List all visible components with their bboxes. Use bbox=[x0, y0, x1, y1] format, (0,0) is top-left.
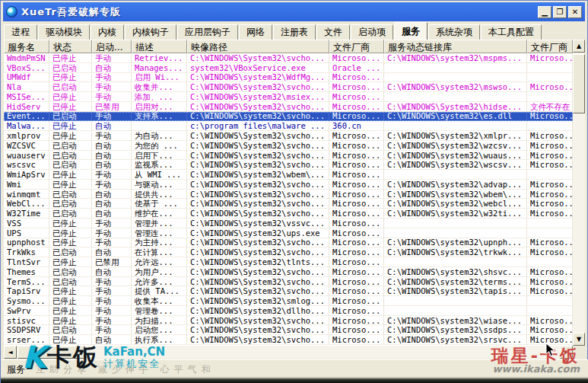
service-row[interactable]: WZCSVC已启动自动为您的 ...C:\WINDOWS\System32\sv… bbox=[4, 141, 573, 151]
cell-status: 已停止 bbox=[49, 219, 92, 228]
cell-file-vendor: Microso... bbox=[329, 296, 384, 306]
cell-description: 添加、... bbox=[132, 92, 187, 102]
service-row[interactable]: srser...已停止自动执行系...C:\WINDOWS\system32\s… bbox=[4, 335, 573, 345]
cell-service-name: SSDPSRV bbox=[4, 325, 49, 335]
scroll-down-icon[interactable]: ▼ bbox=[573, 333, 585, 346]
service-row[interactable]: UMWdf已停止手动启用 Wi...C:\WINDOWS\system32\Wd… bbox=[4, 73, 573, 83]
tab-进程[interactable]: 进程 bbox=[4, 24, 37, 40]
service-row[interactable]: stisvc已停止手动为扫描...C:\WINDOWS\system32\svc… bbox=[4, 316, 573, 326]
minimize-button[interactable]: ▁ bbox=[538, 6, 551, 18]
cell-image-path: C:\WINDOWS\system32\svcho... bbox=[187, 190, 329, 199]
tab-应用层钩子[interactable]: 应用层钩子 bbox=[177, 24, 238, 40]
cell-dll-vendor: Microso... bbox=[527, 160, 573, 170]
cell-description: 支持系... bbox=[132, 112, 187, 122]
cell-file-vendor: Microso... bbox=[329, 73, 384, 83]
service-row[interactable]: Nla已启动手动收集并...C:\WINDOWS\system32\svcho.… bbox=[4, 82, 573, 92]
service-row[interactable]: Themes已启动自动为用户...C:\WINDOWS\System32\svc… bbox=[4, 267, 573, 277]
cell-status: 已停止 bbox=[49, 296, 92, 306]
column-header-2[interactable]: 状态 bbox=[49, 40, 92, 53]
service-row[interactable]: Wmi已停止手动与驱动...C:\WINDOWS\system32\svcho.… bbox=[4, 180, 573, 190]
tab-本工具配置[interactable]: 本工具配置 bbox=[481, 24, 542, 40]
service-row[interactable]: SSDPSRV已启动手动启动您...C:\WINDOWS\system32\sv… bbox=[4, 325, 573, 335]
service-row[interactable]: WebCl...已启动自动使基于 ...C:\WINDOWS\system32\… bbox=[4, 199, 573, 209]
cell-dll-vendor: Microso... bbox=[527, 238, 573, 248]
cell-service-dll: C:\WINDOWS\system32\es.dll bbox=[384, 112, 527, 122]
service-row[interactable]: HidServ已停止已禁用启用对...C:\WINDOWS\System32\s… bbox=[4, 102, 573, 112]
horizontal-scrollbar[interactable]: ◄ ► bbox=[4, 346, 573, 359]
service-row[interactable]: wscsvc已启动自动监视系...C:\WINDOWS\system32\svc… bbox=[4, 160, 573, 170]
service-row[interactable]: W32Time已启动自动维护在...C:\WINDOWS\System32\sv… bbox=[4, 209, 573, 219]
cell-description: 执行系... bbox=[132, 335, 187, 345]
service-row[interactable]: SwPrv已停止手动管理卷...C:\WINDOWS\system32\dllh… bbox=[4, 306, 573, 316]
vertical-scrollbar[interactable]: ▲ ▼ bbox=[573, 40, 585, 346]
cell-image-path: C:\WINDOWS\system32\svcho... bbox=[187, 238, 329, 248]
column-header-4[interactable]: 描述 bbox=[132, 40, 187, 53]
cell-service-dll: C:\WINDOWS\system32\advap... bbox=[384, 180, 527, 190]
service-row[interactable]: Sysmo...已停止手动收集本...C:\WINDOWS\system32\s… bbox=[4, 296, 573, 306]
scroll-up-icon[interactable]: ▲ bbox=[573, 40, 585, 53]
tab-启动项[interactable]: 启动项 bbox=[351, 24, 393, 40]
service-row[interactable]: TapiSrv已停止手动提供 TA...C:\WINDOWS\System32\… bbox=[4, 286, 573, 296]
service-row[interactable]: WmdmPmSN已停止手动Retriev...C:\WINDOWS\System… bbox=[4, 53, 573, 63]
service-row[interactable]: WmiApSrv已停止手动从 WMI ...C:\WINDOWS\system3… bbox=[4, 170, 573, 180]
cell-status: 已启动 bbox=[49, 325, 92, 335]
cell-status: 已启动 bbox=[49, 112, 92, 122]
horizontal-scroll-thumb[interactable] bbox=[17, 346, 84, 359]
cell-file-vendor: Microso... bbox=[329, 131, 384, 141]
scroll-left-icon[interactable]: ◄ bbox=[4, 346, 17, 359]
cell-start-type: 手动 bbox=[92, 92, 132, 102]
cell-file-vendor: Microso... bbox=[329, 92, 384, 102]
cell-start-type: 手动 bbox=[92, 170, 132, 180]
cell-dll-vendor bbox=[527, 296, 573, 306]
cell-service-dll: C:\WINDOWS\system32\mspms... bbox=[384, 53, 527, 63]
tab-驱动模块[interactable]: 驱动模块 bbox=[38, 24, 90, 40]
cell-dll-vendor: Microso... bbox=[527, 180, 573, 190]
tab-注册表[interactable]: 注册表 bbox=[273, 24, 316, 40]
service-row[interactable]: UPS已停止手动管理连...C:\WINDOWS\system32\ups.ex… bbox=[4, 228, 573, 238]
cell-image-path: C:\WINDOWS\System32\svcho... bbox=[187, 102, 329, 112]
service-row[interactable]: xmlprov已停止手动为自动...C:\WINDOWS\System32\sv… bbox=[4, 131, 573, 141]
cell-start-type: 手动 bbox=[92, 82, 132, 92]
cell-image-path: C:\WINDOWS\System32\svcho... bbox=[187, 131, 329, 141]
vertical-scroll-thumb[interactable] bbox=[573, 54, 585, 113]
tab-服务[interactable]: 服务 bbox=[394, 22, 427, 40]
cell-service-name: MSISe... bbox=[4, 92, 49, 102]
service-row[interactable]: Malwa...已停止自动c:\program files\malware ..… bbox=[4, 121, 573, 131]
service-row[interactable]: MSISe...已停止手动添加、...C:\WINDOWS\system32\m… bbox=[4, 92, 573, 102]
tab-系统杂项[interactable]: 系统杂项 bbox=[428, 24, 480, 40]
service-row[interactable]: TlntSvr已停止已禁用允许远...C:\WINDOWS\system32\t… bbox=[4, 257, 573, 267]
scroll-right-icon[interactable]: ► bbox=[560, 346, 573, 359]
cell-dll-vendor bbox=[527, 73, 573, 83]
service-row[interactable]: VSS已停止手动管理并...C:\WINDOWS\system32\vssvc.… bbox=[4, 219, 573, 228]
cell-status: 已停止 bbox=[49, 121, 92, 131]
close-button[interactable]: ✕ bbox=[568, 6, 582, 18]
cell-service-name: Themes bbox=[4, 267, 49, 277]
service-row[interactable]: TermS...已启动手动允许多...C:\WINDOWS\System32\s… bbox=[4, 277, 573, 287]
tab-文件[interactable]: 文件 bbox=[316, 24, 350, 40]
tab-内核[interactable]: 内核 bbox=[91, 24, 124, 40]
service-row[interactable]: Event...已启动手动支持系...C:\WINDOWS\system32\s… bbox=[4, 112, 573, 122]
column-header-3[interactable]: 启动... bbox=[92, 40, 132, 53]
service-row[interactable]: upnphost已停止手动为主持...C:\WINDOWS\system32\s… bbox=[4, 238, 573, 248]
cell-start-type: 手动 bbox=[92, 180, 132, 190]
service-row[interactable]: VBoxS...已启动自动Manages...system32\VBoxServ… bbox=[4, 63, 573, 73]
service-row[interactable]: TrkWks已启动自动在计算...C:\WINDOWS\system32\svc… bbox=[4, 247, 573, 257]
tab-内核钩子[interactable]: 内核钩子 bbox=[125, 24, 176, 40]
cell-description: 为主持... bbox=[132, 238, 187, 248]
cell-start-type: 自动 bbox=[92, 199, 132, 209]
column-header-1[interactable]: 服务名 bbox=[4, 40, 49, 53]
cell-description: 使基于 ... bbox=[132, 199, 187, 209]
column-header-6[interactable]: 文件厂商 bbox=[329, 40, 384, 53]
column-header-8[interactable]: 文件厂商 bbox=[527, 40, 573, 53]
cell-file-vendor: Microso... bbox=[329, 160, 384, 170]
cell-file-vendor: Microso... bbox=[329, 209, 384, 219]
column-header-5[interactable]: 映像路径 bbox=[187, 40, 329, 53]
cell-image-path: C:\WINDOWS\system32\ups.exe bbox=[187, 228, 329, 238]
tab-网络[interactable]: 网络 bbox=[239, 24, 272, 40]
service-row[interactable]: wuauserv已启动自动启用下...C:\WINDOWS\system32\s… bbox=[4, 151, 573, 161]
cell-status: 已启动 bbox=[49, 267, 92, 277]
maximize-button[interactable]: ❐ bbox=[553, 6, 567, 18]
column-header-7[interactable]: 服务动态链接库 bbox=[384, 40, 527, 53]
cell-service-name: wscsvc bbox=[4, 160, 49, 170]
service-row[interactable]: winmgmt已启动自动提供共...C:\WINDOWS\system32\sv… bbox=[4, 190, 573, 199]
